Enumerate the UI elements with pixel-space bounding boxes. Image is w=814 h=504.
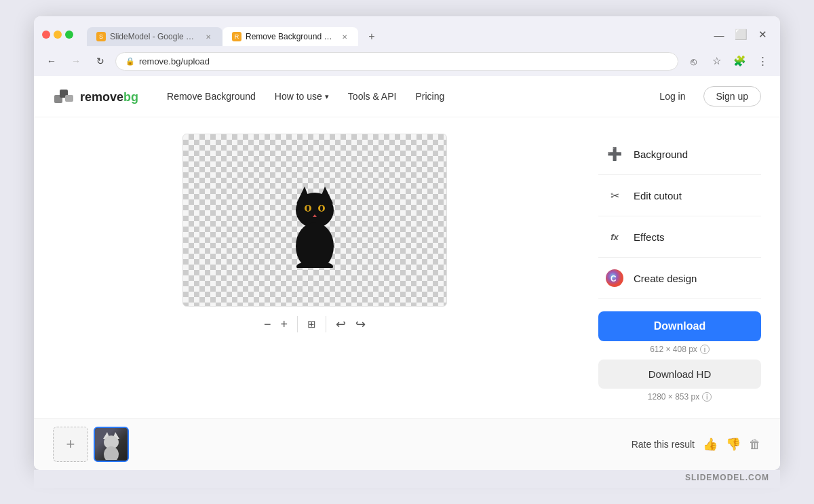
window-controls [42,31,73,39]
svg-point-9 [320,206,323,211]
back-button[interactable]: ← [42,52,61,71]
edit-cutout-option[interactable]: ✂ Edit cutout [598,175,761,216]
nav-remove-background[interactable]: Remove Background [160,87,263,106]
create-design-label: Create design [634,273,697,284]
download-button[interactable]: Download [598,311,761,341]
logo-icon [53,85,75,107]
refresh-button[interactable]: ↻ [91,52,110,71]
title-bar: S SlideModel - Google Slides ✕ R Remove … [34,16,780,46]
address-text: remove.bg/upload [139,56,210,66]
thumbs-down-button[interactable]: 👎 [726,437,741,452]
window-restore-icon[interactable]: ⬜ [731,25,750,44]
browser-tab-2[interactable]: R Remove Background from Ima… ✕ [222,27,358,46]
new-tab-button[interactable]: + [362,27,381,46]
create-design-option[interactable]: C Create design [598,258,761,299]
window-minimize-icon[interactable]: — [710,25,729,44]
svg-point-8 [307,206,309,211]
effects-option[interactable]: fx Effects [598,216,761,258]
divider-2 [326,316,326,332]
rate-label: Rate this result [632,439,695,450]
zoom-in-button[interactable]: + [281,317,288,332]
bottom-bar: + Rate this result [34,418,780,470]
background-label: Background [634,149,688,160]
main-content: − + ⊞ ↩ ↪ ➕ [34,117,780,418]
browser-chrome: S SlideModel - Google Slides ✕ R Remove … [34,16,780,76]
login-button[interactable]: Log in [650,87,695,106]
nav-links: Remove Background How to use ▾ Tools & A… [160,87,628,106]
more-options-icon[interactable]: ⋮ [753,52,772,71]
svg-rect-2 [65,95,73,102]
minimize-window-button[interactable] [54,31,62,39]
rate-section: Rate this result 👍 👎 🗑 [632,437,761,452]
background-option[interactable]: ➕ Background [598,134,761,175]
hd-info-icon: i [702,392,712,402]
cast-icon[interactable]: ⎋ [684,52,703,71]
thumbnails: + [53,427,129,462]
forward-button[interactable]: → [66,52,85,71]
thumbnail-image[interactable] [94,427,129,462]
tab-close-2[interactable]: ✕ [341,31,349,42]
maximize-window-button[interactable] [65,31,73,39]
site-navbar: removebg Remove Background How to use ▾ … [34,76,780,117]
watermark: SLIDEMODEL.COM [34,470,780,488]
close-window-button[interactable] [42,31,50,39]
svg-point-19 [104,446,119,460]
edit-cutout-icon: ✂ [604,185,625,206]
window-close-icon[interactable]: ✕ [753,25,772,44]
thumbs-up-button[interactable]: 👍 [703,437,718,452]
nav-how-to-use[interactable]: How to use ▾ [268,87,336,106]
lock-icon: 🔒 [125,57,135,66]
nav-tools-api[interactable]: Tools & API [341,87,404,106]
tab-label-1: SlideModel - Google Slides [110,32,197,41]
browser-toolbar: ← → ↻ 🔒 remove.bg/upload ⎋ ☆ 🧩 ⋮ [34,46,780,76]
bookmark-icon[interactable]: ☆ [707,52,726,71]
how-to-use-chevron: ▾ [325,92,329,101]
svg-point-11 [296,222,334,268]
tab-close-1[interactable]: ✕ [204,31,213,42]
browser-window: S SlideModel - Google Slides ✕ R Remove … [34,16,780,470]
right-panel: ➕ Background ✂ Edit cutout fx Effects [598,134,761,402]
image-controls: − + ⊞ ↩ ↪ [264,316,366,332]
nav-pricing[interactable]: Pricing [408,87,451,106]
cat-image [284,173,345,268]
logo-text: removebg [80,88,138,105]
page-content: removebg Remove Background How to use ▾ … [34,76,780,470]
delete-button[interactable]: 🗑 [749,438,761,452]
download-hd-button[interactable]: Download HD [598,360,761,389]
edit-cutout-label: Edit cutout [634,190,682,201]
site-logo[interactable]: removebg [53,85,138,107]
tab-label-2: Remove Background from Ima… [246,32,334,41]
nav-right: Log in Sign up [650,86,761,106]
zoom-out-button[interactable]: − [264,317,271,332]
effects-icon: fx [604,226,625,248]
redo-button[interactable]: ↪ [355,317,366,332]
svg-text:C: C [610,274,617,284]
image-preview-container: − + ⊞ ↩ ↪ [53,134,577,332]
tab-favicon-2: R [232,32,241,41]
download-hd-size: 1280 × 853 px i [598,392,761,402]
background-icon: ➕ [604,143,625,165]
divider-1 [297,316,298,332]
create-design-icon: C [604,267,625,289]
browser-tab-1[interactable]: S SlideModel - Google Slides ✕ [87,27,222,46]
add-image-button[interactable]: + [53,427,88,462]
effects-label: Effects [634,231,665,243]
undo-button[interactable]: ↩ [336,317,346,332]
address-bar[interactable]: 🔒 remove.bg/upload [115,52,678,71]
tabs-row: S SlideModel - Google Slides ✕ R Remove … [81,27,387,46]
thumbnail-preview [95,428,128,461]
info-icon: i [700,345,710,354]
signup-button[interactable]: Sign up [703,86,761,106]
fit-button[interactable]: ⊞ [307,318,316,330]
extensions-icon[interactable]: 🧩 [730,52,749,71]
image-canvas[interactable] [182,134,447,307]
tab-favicon-1: S [96,32,106,41]
toolbar-right: ⎋ ☆ 🧩 ⋮ [684,52,772,71]
download-size: 612 × 408 px i [598,345,761,354]
